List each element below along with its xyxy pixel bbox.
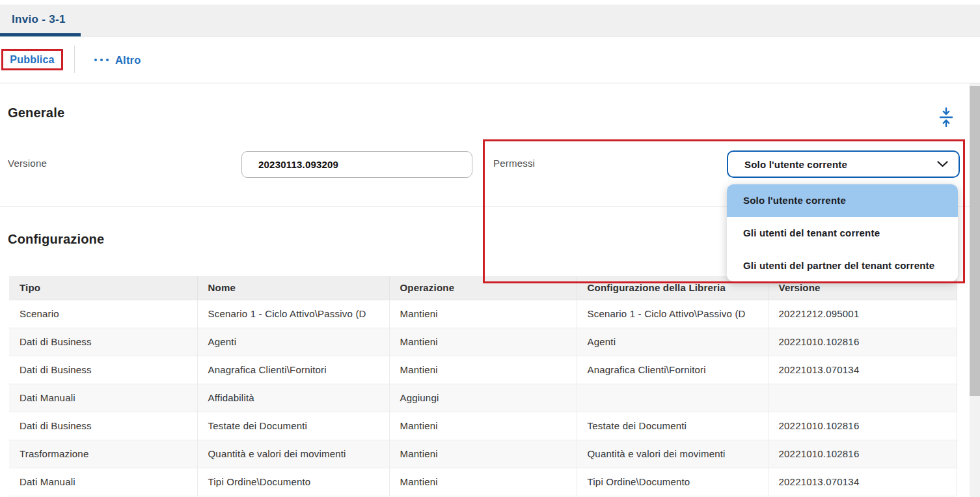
chevron-down-icon xyxy=(937,161,948,167)
table-cell: Anagrafica Clienti\Fornitori xyxy=(197,356,389,384)
tab-bar: Invio - 3-1 xyxy=(0,0,980,36)
table-cell: 20221010.102816 xyxy=(768,328,957,356)
column-header: Tipo xyxy=(9,276,197,300)
section-title-configurazione: Configurazione xyxy=(8,232,104,247)
collapse-sections-icon[interactable] xyxy=(938,106,955,130)
dropdown-option[interactable]: Solo l'utente corrente xyxy=(727,184,958,217)
column-header: Nome xyxy=(197,276,389,300)
table-cell: Scenario 1 - Ciclo Attivo\Passivo (D xyxy=(197,300,389,328)
table-cell: Mantieni xyxy=(389,440,577,468)
table-cell: Mantieni xyxy=(389,468,577,496)
toolbar-divider xyxy=(74,46,75,73)
annotation-box-pubblica: Pubblica xyxy=(1,49,63,70)
versione-label: Versione xyxy=(8,158,47,169)
table-cell: Dati di Business xyxy=(9,356,197,384)
tab-invio-label: Invio - 3-1 xyxy=(12,13,66,25)
table-cell: 20221010.102816 xyxy=(768,412,957,440)
table-cell: Dati di Business xyxy=(9,412,197,440)
table-cell: Mantieni xyxy=(389,356,577,384)
table-cell: Mantieni xyxy=(389,412,577,440)
altro-label: Altro xyxy=(115,54,141,66)
column-header: Operazione xyxy=(389,276,577,300)
table-cell: Dati Manuali xyxy=(9,468,197,496)
table-cell: 20221212.095001 xyxy=(768,300,957,328)
table-cell: Dati Manuali xyxy=(9,384,197,412)
permessi-select[interactable]: Solo l'utente corrente xyxy=(727,150,960,178)
table-cell: Trasformazione xyxy=(9,440,197,468)
table-cell: Scenario xyxy=(9,300,197,328)
table-cell: Mantieni xyxy=(389,328,577,356)
table-cell: Dati di Business xyxy=(9,328,197,356)
dropdown-option[interactable]: Gli utenti del partner del tenant corren… xyxy=(727,249,958,281)
table-cell: Testate dei Documenti xyxy=(197,412,389,440)
configurazione-table: TipoNomeOperazioneConfigurazione della L… xyxy=(9,276,957,496)
table-row[interactable]: Dati ManualiTipi Ordine\DocumentoMantien… xyxy=(9,468,957,496)
table-row[interactable]: ScenarioScenario 1 - Ciclo Attivo\Passiv… xyxy=(9,300,957,328)
permessi-label: Permessi xyxy=(493,158,535,169)
table-cell: Agenti xyxy=(197,328,389,356)
table-cell: Scenario 1 - Ciclo Attivo\Passivo (D xyxy=(577,300,768,328)
table-cell: Tipi Ordine\Documento xyxy=(197,468,389,496)
altro-button[interactable]: Altro xyxy=(94,51,141,69)
table-cell: Quantità e valori dei movimenti xyxy=(197,440,389,468)
more-icon xyxy=(94,59,109,61)
tab-invio[interactable]: Invio - 3-1 xyxy=(0,5,79,36)
table-cell: 20221013.070134 xyxy=(768,356,957,384)
table-row[interactable]: Dati di BusinessAnagrafica Clienti\Forni… xyxy=(9,356,957,384)
table-cell xyxy=(577,384,768,412)
pubblica-button[interactable]: Pubblica xyxy=(10,54,54,66)
table-cell: 20221010.102816 xyxy=(768,440,957,468)
table-row[interactable]: Dati ManualiAffidabilitàAggiungi xyxy=(9,384,957,412)
table-cell: Agenti xyxy=(577,328,768,356)
table-cell: Testate dei Documenti xyxy=(577,412,768,440)
table-row[interactable]: Dati di BusinessTestate dei DocumentiMan… xyxy=(9,412,957,440)
permessi-dropdown: Solo l'utente correnteGli utenti del ten… xyxy=(727,184,958,281)
table-cell: Aggiungi xyxy=(389,384,577,412)
table-cell xyxy=(768,384,957,412)
table-cell: Mantieni xyxy=(389,300,577,328)
table-cell: Affidabilità xyxy=(197,384,389,412)
section-title-generale: Generale xyxy=(8,106,64,121)
dropdown-option[interactable]: Gli utenti del tenant corrente xyxy=(727,217,958,249)
table-row[interactable]: TrasformazioneQuantità e valori dei movi… xyxy=(9,440,957,468)
table-cell: Anagrafica Clienti\Fornitori xyxy=(577,356,768,384)
table-row[interactable]: Dati di BusinessAgentiMantieniAgenti2022… xyxy=(9,328,957,356)
table-cell: 20221013.070134 xyxy=(768,468,957,496)
permessi-select-value: Solo l'utente corrente xyxy=(744,159,937,170)
table-cell: Tipi Ordine\Documento xyxy=(577,468,768,496)
toolbar: Pubblica Altro xyxy=(0,36,980,83)
scrollbar-thumb[interactable] xyxy=(970,86,980,396)
versione-input[interactable] xyxy=(241,151,472,178)
app-window: Invio - 3-1 Pubblica Altro Generale Vers… xyxy=(0,0,980,497)
vertical-scrollbar[interactable] xyxy=(970,83,980,497)
table-cell: Quantità e valori dei movimenti xyxy=(577,440,768,468)
